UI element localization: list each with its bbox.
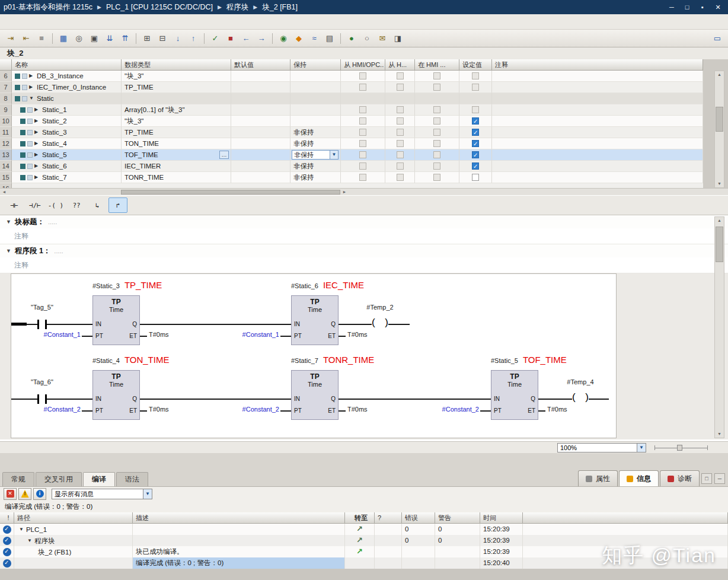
download-icon[interactable]: ↓ xyxy=(171,32,185,45)
block-type-label[interactable]: TON_TIME xyxy=(124,355,170,365)
retain-combo[interactable]: 非保持▼ xyxy=(292,150,339,160)
setpoint-checkbox[interactable] xyxy=(472,140,479,147)
expand-icon[interactable]: ▶ xyxy=(34,104,40,115)
default-value[interactable] xyxy=(231,149,290,161)
variable-name[interactable]: IEC_Timer_0_Instance xyxy=(37,82,106,93)
breadcrumb-block[interactable]: 块_2 [FB1] xyxy=(262,2,298,12)
network-title-placeholder[interactable]: ..... xyxy=(54,247,63,254)
tab-properties[interactable]: 属性 xyxy=(578,470,618,486)
tab-compile[interactable]: 编译 xyxy=(83,472,115,486)
col-header-retain[interactable]: 保持 xyxy=(290,59,341,71)
table-row[interactable]: 14 ▶Static_6 IEC_TIMER 非保持 xyxy=(0,161,703,172)
default-value[interactable] xyxy=(231,116,290,127)
col-header-path[interactable]: 路径 xyxy=(14,512,133,524)
expand-icon[interactable]: ▶ xyxy=(34,161,40,171)
browse-type-button[interactable]: … xyxy=(219,151,229,159)
expand-icon[interactable]: ▶ xyxy=(34,172,40,183)
contact-operand[interactable]: "Tag_5" xyxy=(17,304,67,311)
settings-icon[interactable]: ◨ xyxy=(391,32,405,45)
hmi-opc-checkbox[interactable] xyxy=(359,72,366,79)
collapse-icon[interactable]: ▼ xyxy=(27,536,32,546)
init-values-icon[interactable]: ⇈ xyxy=(118,32,132,45)
panel-collapse-button[interactable]: ─ xyxy=(714,473,725,484)
retain-cell[interactable]: 非保持 xyxy=(290,127,341,138)
editor-vertical-scrollbar[interactable]: ▲ ▼ xyxy=(714,216,724,438)
setpoint-checkbox[interactable] xyxy=(472,106,479,113)
col-header-default[interactable]: 默认值 xyxy=(231,59,290,71)
retain-cell[interactable]: 非保持 xyxy=(290,161,341,172)
zoom-select[interactable]: 100% ▼ xyxy=(557,443,646,452)
message-icon[interactable]: ✉ xyxy=(375,32,389,45)
redo-icon[interactable]: → xyxy=(254,32,269,45)
et-operand[interactable]: T#0ms xyxy=(547,406,567,413)
block-instance-name[interactable]: #Static_7 xyxy=(291,357,318,364)
default-value[interactable] xyxy=(231,138,290,149)
modify-icon[interactable]: ◆ xyxy=(292,32,306,45)
block-title-placeholder[interactable]: ..... xyxy=(48,218,57,225)
col-header-name[interactable]: 名称 xyxy=(12,59,122,71)
timer-block-static5[interactable]: TP Time IN PT Q ET xyxy=(491,370,538,420)
collapse-icon[interactable]: ▼ xyxy=(6,248,11,254)
expand-icon[interactable]: ▶ xyxy=(34,149,40,160)
power-rail-segment[interactable] xyxy=(11,323,27,326)
output-row[interactable]: ▼PLC_1 ↗ 0 0 15:20:39 xyxy=(0,524,728,535)
output-description[interactable]: 编译完成 (错误：0 ; 警告：0) xyxy=(133,557,345,569)
default-value[interactable] xyxy=(231,161,290,172)
variable-name[interactable]: Static_3 xyxy=(42,127,67,138)
col-header-hmi2[interactable]: 从 H... xyxy=(385,59,415,71)
chevron-down-icon[interactable]: ▼ xyxy=(143,489,152,499)
default-value[interactable] xyxy=(231,71,290,82)
retain-cell[interactable] xyxy=(290,71,341,82)
open-branch-icon[interactable]: ↳ xyxy=(88,197,107,213)
setpoint-checkbox[interactable] xyxy=(472,129,479,136)
output-description[interactable] xyxy=(133,535,345,546)
contact-tag6[interactable] xyxy=(37,394,47,404)
expand-icon[interactable]: ▶ xyxy=(29,82,35,93)
block-instance-name[interactable]: #Static_3 xyxy=(92,282,120,289)
structure-icon[interactable]: ▤ xyxy=(323,32,337,45)
block-type-label[interactable]: TP_TIME xyxy=(124,280,162,290)
block-type-label[interactable]: IEC_TIME xyxy=(323,280,364,290)
comment-cell[interactable] xyxy=(492,116,703,127)
table-row[interactable]: 12 ▶Static_4 TON_TIME 非保持 xyxy=(0,138,703,149)
hmi-opc-checkbox[interactable] xyxy=(359,151,366,158)
layout-toggle-icon[interactable]: ▭ xyxy=(710,32,724,45)
col-header-datatype[interactable]: 数据类型 xyxy=(122,59,231,71)
col-header-errors[interactable]: 错误 xyxy=(402,512,435,524)
contact-tag5[interactable] xyxy=(37,320,47,329)
table-vertical-scrollbar[interactable]: ▲ ▼ xyxy=(714,71,724,188)
ladder-canvas[interactable]: "Tag_5" #Static_3 TP_TIME TP Time IN PT … xyxy=(11,273,617,438)
block-comment[interactable]: 注释 xyxy=(0,228,728,244)
default-value[interactable] xyxy=(231,104,290,116)
block-instance-name[interactable]: #Static_4 xyxy=(92,357,120,364)
expand-icon[interactable]: ▶ xyxy=(34,138,40,149)
comment-cell[interactable] xyxy=(492,82,703,93)
hmi-opc-checkbox[interactable] xyxy=(359,174,366,181)
snapshot-icon[interactable]: ◎ xyxy=(72,32,86,45)
block-title-section-header[interactable]: ▼ 块标题： ..... xyxy=(0,215,728,228)
breadcrumb-project[interactable]: p01-基本指令和操作 1215c xyxy=(4,2,92,12)
add-row-icon[interactable]: ⇤ xyxy=(19,32,33,45)
pt-operand[interactable]: #Constant_2 xyxy=(32,406,81,413)
scroll-right-icon[interactable]: ► xyxy=(340,190,349,194)
variable-name[interactable]: DB_3_Instance xyxy=(37,71,84,81)
block-instance-name[interactable]: #Static_6 xyxy=(291,282,318,289)
hmi-visible-checkbox[interactable] xyxy=(433,162,440,170)
tab-general[interactable]: 常规 xyxy=(2,472,34,486)
col-header-hmi-opc[interactable]: 从 HMI/OPC.. xyxy=(341,59,385,71)
pt-operand[interactable]: #Constant_2 xyxy=(430,406,479,413)
hmi-opc-checkbox[interactable] xyxy=(359,84,366,91)
comment-cell[interactable] xyxy=(492,127,703,138)
col-header-question[interactable]: ? xyxy=(375,512,402,524)
tab-syntax[interactable]: 语法 xyxy=(116,472,148,486)
breadcrumb-plc[interactable]: PLC_1 [CPU 1215C DC/DC/DC] xyxy=(106,3,213,11)
col-header-warnings[interactable]: 警告 xyxy=(435,512,480,524)
tab-diagnostics[interactable]: 诊断 xyxy=(660,470,700,486)
retain-cell[interactable]: 非保持 xyxy=(290,138,341,149)
slider-thumb[interactable] xyxy=(677,445,682,451)
output-path[interactable]: 块_2 (FB1) xyxy=(38,547,71,557)
setpoint-checkbox[interactable] xyxy=(472,72,479,79)
hmi-visible-checkbox[interactable] xyxy=(433,106,440,113)
hmi-checkbox[interactable] xyxy=(397,72,404,79)
timer-block-static7[interactable]: TP Time IN PT Q ET xyxy=(291,370,339,420)
